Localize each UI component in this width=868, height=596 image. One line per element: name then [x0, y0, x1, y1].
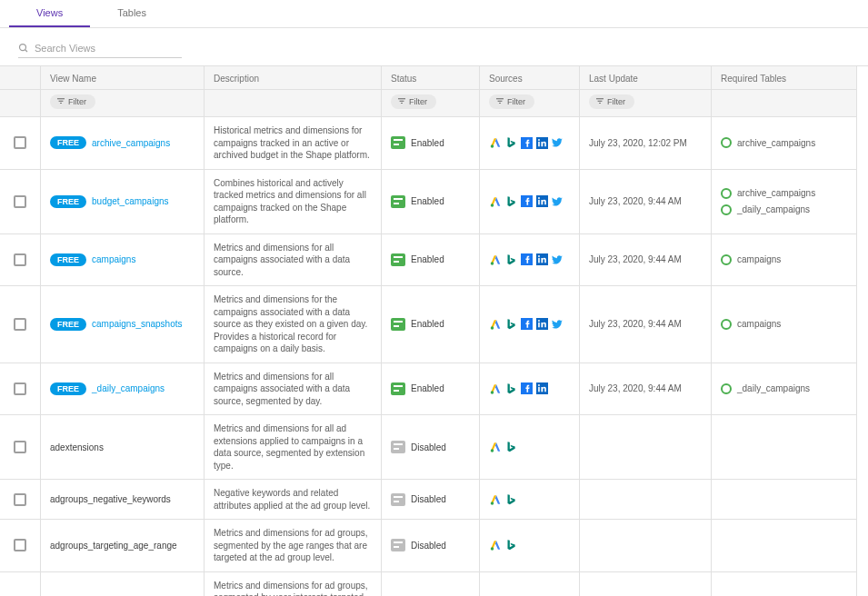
view-name-link[interactable]: campaigns — [92, 254, 135, 264]
row-sources — [480, 234, 580, 287]
row-description: Metrics and dimensions for all campaigns… — [205, 234, 382, 287]
facebook-icon — [520, 253, 533, 266]
facebook-icon — [520, 195, 533, 208]
svg-point-28 — [491, 502, 494, 505]
row-status: Enabled — [382, 117, 480, 170]
adwords-icon — [489, 253, 502, 266]
free-badge: FREE — [50, 318, 86, 331]
tab-tables[interactable]: Tables — [90, 0, 174, 27]
status-circle-icon — [721, 188, 732, 199]
bing-icon — [504, 382, 517, 395]
adwords-icon — [489, 441, 502, 453]
row-sources — [480, 480, 580, 520]
search-input[interactable] — [18, 39, 182, 57]
col-lastupdate[interactable]: Last Update — [580, 66, 712, 90]
row-status: Enabled — [382, 234, 480, 287]
status-label: Disabled — [411, 541, 446, 551]
svg-rect-10 — [538, 200, 540, 204]
row-name-cell: adextensions — [41, 415, 205, 480]
adwords-icon — [489, 318, 502, 331]
svg-rect-25 — [538, 387, 540, 392]
row-required: _daily_campaigns — [712, 363, 857, 416]
row-lastupdate: July 23, 2020, 9:44 AM — [580, 286, 712, 363]
filter-checkbox-cell — [0, 90, 41, 117]
required-table-item: archive_campaigns — [721, 137, 815, 148]
svg-point-29 — [491, 548, 494, 551]
required-table-item: _daily_campaigns — [721, 383, 810, 394]
view-name-link[interactable]: budget_campaigns — [92, 196, 169, 206]
filter-icon — [57, 98, 65, 105]
row-checkbox-cell — [0, 170, 41, 234]
row-checkbox[interactable] — [14, 253, 26, 266]
col-description[interactable]: Description — [205, 66, 382, 90]
adwords-icon — [489, 136, 502, 149]
row-checkbox[interactable] — [14, 493, 26, 506]
row-sources — [480, 117, 580, 170]
row-name-cell: FREEcampaigns_snapshots — [41, 286, 205, 363]
tab-views[interactable]: Views — [9, 0, 90, 27]
facebook-icon — [520, 136, 533, 149]
row-required: campaigns — [712, 234, 857, 287]
status-circle-icon — [721, 319, 732, 330]
status-icon — [391, 539, 405, 551]
filter-icon — [496, 98, 504, 105]
tab-bar: Views Tables — [0, 0, 868, 28]
row-checkbox[interactable] — [14, 539, 26, 551]
row-checkbox[interactable] — [14, 382, 26, 395]
status-icon — [391, 318, 405, 331]
free-badge: FREE — [50, 382, 86, 395]
row-checkbox[interactable] — [14, 195, 26, 208]
col-status[interactable]: Status — [382, 66, 480, 90]
view-name-link: adextensions — [50, 442, 104, 452]
view-name-link[interactable]: _daily_campaigns — [92, 383, 165, 393]
row-lastupdate: July 23, 2020, 9:44 AM — [580, 234, 712, 287]
filter-lastupdate[interactable]: Filter — [589, 94, 634, 109]
status-icon — [391, 195, 405, 208]
row-status: Disabled — [382, 415, 480, 480]
view-name-link[interactable]: campaigns_snapshots — [92, 319, 183, 329]
required-table-item: campaigns — [721, 254, 781, 265]
row-name-cell: FREEarchive_campaigns — [41, 117, 205, 170]
row-lastupdate — [580, 572, 712, 597]
svg-rect-5 — [538, 142, 540, 146]
row-checkbox-cell — [0, 117, 41, 170]
bing-icon — [504, 136, 517, 149]
filter-icon — [398, 98, 405, 105]
linkedin-icon — [535, 318, 548, 331]
row-status: Disabled — [382, 480, 480, 520]
row-checkbox[interactable] — [14, 136, 26, 149]
col-sources[interactable]: Sources — [480, 66, 580, 90]
row-required — [712, 415, 857, 480]
bing-icon — [504, 195, 517, 208]
svg-point-12 — [491, 262, 494, 265]
row-status: Enabled — [382, 170, 480, 234]
row-sources — [480, 363, 580, 416]
svg-point-21 — [538, 320, 540, 322]
row-description: Metrics and dimensions for the campaigns… — [205, 286, 382, 363]
row-checkbox[interactable] — [14, 441, 26, 453]
status-label: Enabled — [411, 383, 444, 393]
filter-status[interactable]: Filter — [391, 94, 436, 109]
twitter-icon — [551, 136, 564, 149]
col-requiredtables[interactable]: Required Tables — [712, 66, 857, 90]
free-badge: FREE — [50, 195, 86, 208]
row-name-cell: adgroups_targeting_interest — [41, 572, 205, 597]
row-lastupdate — [580, 480, 712, 520]
required-table-item: _daily_campaigns — [721, 204, 815, 215]
row-lastupdate: July 23, 2020, 9:44 AM — [580, 363, 712, 416]
row-checkbox[interactable] — [14, 318, 26, 331]
row-description: Metrics and dimensions for ad groups, se… — [205, 572, 382, 597]
bing-icon — [504, 318, 517, 331]
col-viewname[interactable]: View Name — [41, 66, 205, 90]
filter-sources[interactable]: Filter — [489, 94, 534, 109]
col-checkbox — [0, 66, 41, 90]
status-label: Enabled — [411, 196, 444, 206]
row-checkbox-cell — [0, 480, 41, 520]
row-required: archive_campaigns_daily_campaigns — [712, 170, 857, 234]
view-name-link[interactable]: archive_campaigns — [92, 138, 170, 148]
row-description: Metrics and dimensions for ad groups, se… — [205, 520, 382, 572]
filter-viewname[interactable]: Filter — [50, 94, 95, 109]
row-status: Disabled — [382, 520, 480, 572]
row-name-cell: FREE_daily_campaigns — [41, 363, 205, 416]
svg-point-7 — [491, 204, 494, 207]
